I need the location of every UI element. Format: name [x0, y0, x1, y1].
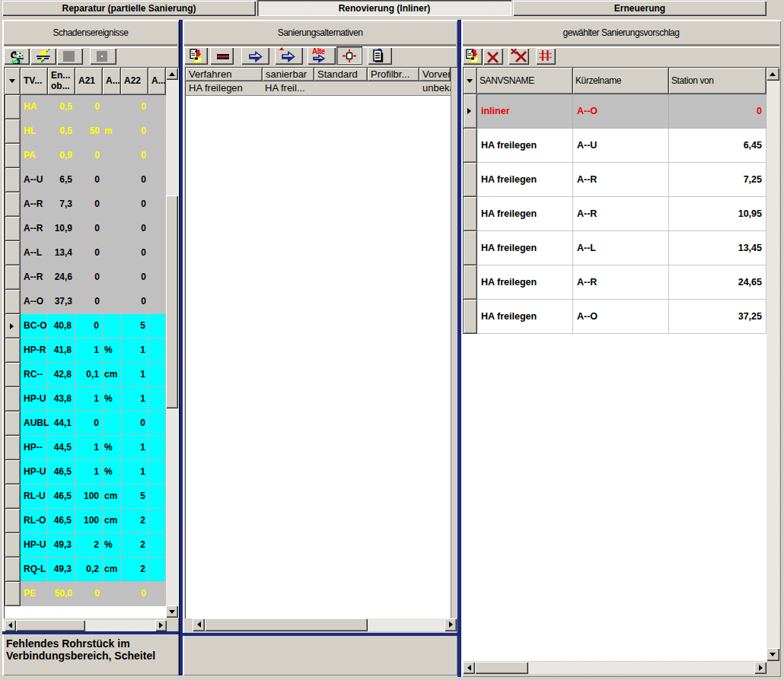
svg-text:Alte: Alte [312, 47, 326, 56]
